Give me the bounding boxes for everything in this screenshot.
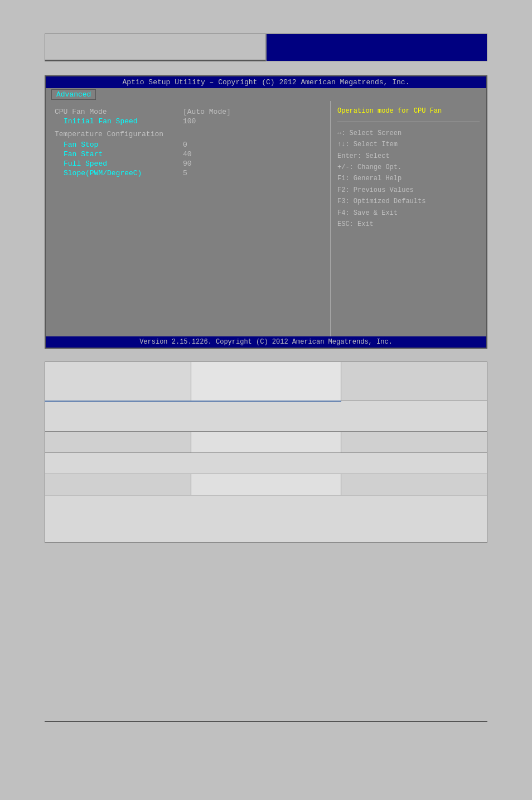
fan-stop-label: Fan Stop xyxy=(55,141,183,149)
table-cell xyxy=(45,362,191,401)
table-cell xyxy=(191,362,341,401)
table-cell-full xyxy=(45,495,487,543)
table-section xyxy=(45,362,487,543)
table-cell xyxy=(45,432,191,453)
table-row xyxy=(45,362,487,401)
fan-stop-item[interactable]: Fan Stop 0 xyxy=(55,141,321,149)
full-speed-item[interactable]: Full Speed 90 xyxy=(55,160,321,168)
table-cell xyxy=(191,432,341,453)
fan-start-value: 40 xyxy=(183,150,192,158)
table-cell xyxy=(191,474,341,495)
nav-general-help: F1: General Help xyxy=(337,173,480,184)
table-row xyxy=(45,432,487,453)
bios-tab-bar: Advanced xyxy=(46,88,486,101)
fan-stop-value: 0 xyxy=(183,141,187,149)
nav-change-opt: +/-: Change Opt. xyxy=(337,162,480,173)
bios-footer: Version 2.15.1226. Copyright (C) 2012 Am… xyxy=(46,336,486,348)
bios-body: CPU Fan Mode [Auto Mode] Initial Fan Spe… xyxy=(46,101,486,343)
full-speed-label: Full Speed xyxy=(55,160,183,168)
cpu-fan-mode-value: [Auto Mode] xyxy=(183,108,231,116)
data-table xyxy=(45,362,487,543)
table-cell-full xyxy=(45,401,487,432)
table-row xyxy=(45,495,487,543)
nav-keys: ↔: Select Screen ↑↓: Select Item Enter: … xyxy=(337,128,480,230)
initial-fan-speed-value: 100 xyxy=(183,117,196,126)
bios-title: Aptio Setup Utility – Copyright (C) 2012… xyxy=(46,76,486,88)
table-cell xyxy=(341,474,487,495)
slope-value: 5 xyxy=(183,169,187,177)
nav-save-exit: F4: Save & Exit xyxy=(337,208,480,219)
bottom-rule xyxy=(45,721,487,722)
nav-enter-select: Enter: Select xyxy=(337,151,480,162)
nav-esc-exit: ESC: Exit xyxy=(337,219,480,230)
top-bar xyxy=(45,33,487,61)
full-speed-value: 90 xyxy=(183,160,192,168)
nav-select-screen: ↔: Select Screen xyxy=(337,128,480,139)
slope-label: Slope(PWM/DegreeC) xyxy=(55,169,183,177)
top-bar-right xyxy=(266,33,487,61)
cpu-fan-mode-label: CPU Fan Mode xyxy=(55,108,183,116)
nav-select-item: ↑↓: Select Item xyxy=(337,139,480,150)
fan-start-label: Fan Start xyxy=(55,150,183,158)
initial-fan-speed-label: Initial Fan Speed xyxy=(55,117,183,126)
advanced-tab[interactable]: Advanced xyxy=(51,89,96,100)
bios-screen: Aptio Setup Utility – Copyright (C) 2012… xyxy=(45,75,487,349)
table-cell xyxy=(341,432,487,453)
table-row xyxy=(45,401,487,432)
nav-previous-values: F2: Previous Values xyxy=(337,185,480,196)
table-row xyxy=(45,453,487,474)
table-row xyxy=(45,474,487,495)
nav-optimized-defaults: F3: Optimized Defaults xyxy=(337,196,480,207)
bios-help-panel: Operation mode for CPU Fan ↔: Select Scr… xyxy=(330,101,486,343)
initial-fan-speed-item[interactable]: Initial Fan Speed 100 xyxy=(55,117,321,126)
table-cell xyxy=(341,362,487,401)
cpu-fan-mode-item[interactable]: CPU Fan Mode [Auto Mode] xyxy=(55,108,321,116)
temp-config-title: Temperature Configuration xyxy=(55,130,321,138)
bios-settings-panel: CPU Fan Mode [Auto Mode] Initial Fan Spe… xyxy=(46,101,330,343)
help-text: Operation mode for CPU Fan xyxy=(337,107,480,116)
slope-item[interactable]: Slope(PWM/DegreeC) 5 xyxy=(55,169,321,177)
fan-start-item[interactable]: Fan Start 40 xyxy=(55,150,321,158)
table-cell xyxy=(45,474,191,495)
table-cell-full xyxy=(45,453,487,474)
top-bar-left xyxy=(45,33,266,61)
help-divider xyxy=(337,122,480,122)
